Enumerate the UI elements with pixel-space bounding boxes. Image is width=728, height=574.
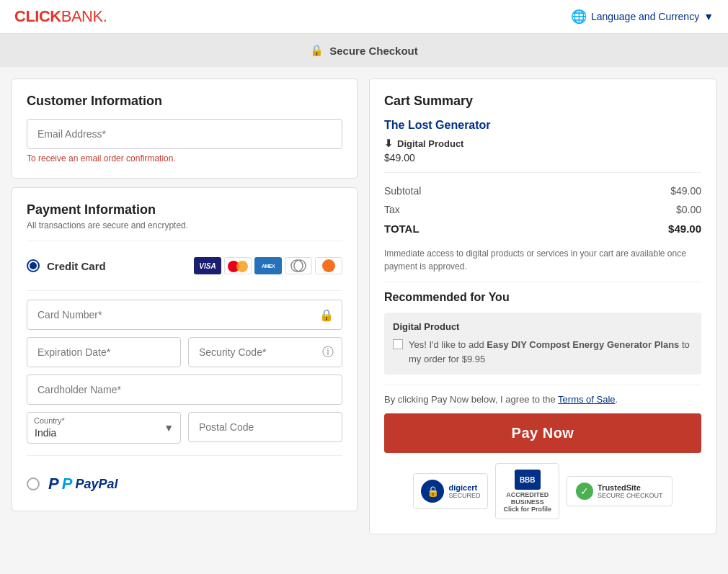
email-hint: To receive an email order confirmation. [27, 153, 342, 163]
bbb-sub2: BUSINESS [503, 498, 551, 506]
info-icon: ⓘ [322, 345, 334, 360]
product-name: The Lost Generator [384, 119, 701, 132]
lock-icon: 🔒 [319, 308, 334, 322]
diners-icon [285, 257, 312, 274]
upsell-bold: Easy DIY Compost Energy Generator Plans [487, 339, 679, 350]
card-number-wrapper: 🔒 [27, 300, 342, 330]
credit-card-radio[interactable] [27, 259, 40, 272]
product-price: $49.00 [384, 152, 701, 163]
trusted-sub: SECURE CHECKOUT [598, 492, 663, 499]
recommended-product-label: Digital Product [393, 321, 693, 332]
paypal-label: PayPal [75, 477, 117, 492]
expiration-input[interactable] [27, 337, 181, 367]
country-postal-row: Country* India ▼ [27, 412, 342, 444]
recommended-title: Recommended for You [384, 291, 701, 304]
customer-info-title: Customer Information [27, 94, 342, 109]
total-value: $49.00 [668, 223, 701, 235]
bbb-letters: BBB [520, 476, 536, 484]
payment-info-card: Payment Information All transactions are… [12, 187, 358, 511]
subtotal-value: $49.00 [670, 185, 701, 197]
terms-row: By clicking Pay Now below, I agree to th… [384, 394, 701, 405]
payment-info-title: Payment Information [27, 202, 342, 218]
secure-checkout-banner: 🔒 Secure Checkout [0, 34, 728, 67]
email-wrapper [27, 119, 342, 149]
svg-point-0 [291, 260, 303, 272]
lock-icon: 🔒 [310, 44, 324, 57]
upsell-text: Yes! I'd like to add Easy DIY Compost En… [409, 338, 693, 366]
customer-info-card: Customer Information To receive an email… [12, 79, 358, 179]
payment-subtitle: All transactions are secure and encrypte… [27, 220, 342, 230]
tax-label: Tax [384, 204, 400, 215]
paypal-option[interactable]: PP PayPal [27, 465, 342, 496]
access-note: Immediate access to digital products or … [384, 247, 701, 273]
secure-checkout-label: Secure Checkout [329, 45, 418, 57]
bbb-sub1: ACCREDITED [503, 491, 551, 498]
bbb-icon: BBB [515, 470, 541, 490]
product-type-row: ⬇ Digital Product [384, 138, 701, 149]
trusted-check-icon: ✓ [576, 483, 593, 500]
security-code-input[interactable] [188, 337, 342, 367]
cart-summary-title: Cart Summary [384, 94, 701, 109]
chevron-down-icon: ▼ [703, 11, 714, 22]
left-panel: Customer Information To receive an email… [12, 79, 358, 534]
digicert-icon: 🔒 [421, 480, 444, 503]
credit-card-option[interactable]: Credit Card VISA AMEX [27, 250, 342, 282]
country-label: Country* [34, 416, 65, 425]
upsell-checkbox-row: Yes! I'd like to add Easy DIY Compost En… [393, 338, 693, 366]
paypal-radio[interactable] [27, 477, 40, 490]
expiration-wrapper [27, 337, 181, 367]
mastercard-icon [224, 257, 252, 274]
email-input[interactable] [27, 119, 342, 149]
bbb-text: ACCREDITED BUSINESS Click for Profile [503, 491, 551, 513]
main-content: Customer Information To receive an email… [0, 67, 728, 546]
cart-summary-panel: Cart Summary The Lost Generator ⬇ Digita… [369, 79, 716, 534]
trustedsite-badge: ✓ TrustedSite SECURE CHECKOUT [567, 476, 672, 506]
visa-icon: VISA [194, 257, 221, 274]
terms-period: . [616, 394, 618, 405]
logo: CLICKBANK. [14, 7, 107, 26]
security-code-wrapper: ⓘ [188, 337, 342, 367]
product-type-label: Digital Product [397, 138, 463, 149]
cardholder-name-wrapper [27, 375, 342, 405]
tax-row: Tax $0.00 [384, 200, 701, 219]
total-row: TOTAL $49.00 [384, 219, 701, 238]
recommended-box: Digital Product Yes! I'd like to add Eas… [384, 313, 701, 375]
tax-value: $0.00 [676, 204, 701, 215]
paypal-icon-pp: P [62, 475, 73, 493]
discover-icon [315, 257, 342, 274]
amex-icon: AMEX [254, 257, 282, 274]
lang-currency-label: Language and Currency [591, 11, 699, 22]
digicert-text-block: digicert SECURED [448, 483, 480, 499]
credit-card-label: Credit Card [47, 260, 106, 272]
digicert-badge: 🔒 digicert SECURED [413, 473, 488, 509]
trusted-label: TrustedSite [598, 483, 663, 492]
header: CLICKBANK. 🌐 Language and Currency ▼ [0, 0, 728, 34]
globe-icon: 🌐 [571, 9, 587, 24]
trusted-text-block: TrustedSite SECURE CHECKOUT [598, 483, 663, 499]
upsell-checkbox[interactable] [393, 339, 403, 349]
digicert-sub: SECURED [448, 492, 480, 499]
bbb-badge: BBB ACCREDITED BUSINESS Click for Profil… [495, 463, 559, 519]
terms-of-sale-link[interactable]: Terms of Sale [558, 394, 615, 405]
postal-code-input[interactable] [188, 412, 342, 442]
postal-code-wrapper [188, 412, 342, 444]
download-icon: ⬇ [384, 138, 393, 149]
expiry-security-row: ⓘ [27, 337, 342, 367]
card-number-input[interactable] [27, 300, 342, 330]
language-currency-button[interactable]: 🌐 Language and Currency ▼ [571, 9, 714, 24]
logo-regular: BANK. [61, 7, 107, 25]
country-wrapper: Country* India ▼ [27, 412, 181, 444]
paypal-logo: PP PayPal [48, 475, 117, 493]
pay-now-button[interactable]: Pay Now [384, 413, 701, 453]
paypal-icon-p: P [48, 475, 59, 493]
digicert-label: digicert [448, 483, 480, 492]
subtotal-row: Subtotal $49.00 [384, 181, 701, 200]
bbb-sub3: Click for Profile [503, 506, 551, 513]
trust-badges: 🔒 digicert SECURED BBB ACCREDITED BUSINE… [384, 463, 701, 519]
total-label: TOTAL [384, 223, 420, 235]
card-icons: VISA AMEX [194, 257, 342, 274]
terms-text: By clicking Pay Now below, I agree to th… [384, 394, 558, 405]
subtotal-label: Subtotal [384, 185, 421, 197]
upsell-text-before: Yes! I'd like to add [409, 339, 487, 350]
cardholder-name-input[interactable] [27, 375, 342, 405]
